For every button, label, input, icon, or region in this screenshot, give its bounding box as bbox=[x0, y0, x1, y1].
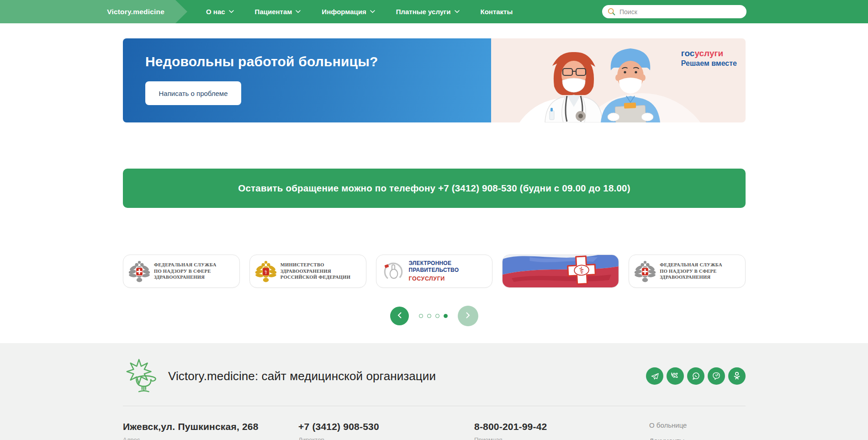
nav-item-contacts[interactable]: Контакты bbox=[481, 8, 513, 16]
footer-divider bbox=[123, 406, 746, 406]
nav-item-label: Информация bbox=[322, 8, 366, 16]
chevron-down-icon bbox=[296, 10, 301, 13]
site-logo[interactable]: Victory.medicine bbox=[0, 0, 187, 23]
partner-card-roszdravnadzor[interactable]: ФЕДЕРАЛЬНАЯ СЛУЖБА ПО НАДЗОРУ В СФЕРЕ ЗД… bbox=[123, 254, 240, 288]
chevron-down-icon bbox=[455, 10, 460, 13]
nav-item-label: Платные услуги bbox=[396, 8, 451, 16]
partner-card-text: МИНИСТЕРСТВО ЗДРАВООХРАНЕНИЯ РОССИЙСКОЙ … bbox=[281, 262, 350, 281]
hero-illustration-panel: госуслуги Решаем вместе bbox=[491, 38, 746, 122]
chevron-down-icon bbox=[370, 10, 375, 13]
roszdravnadzor-eagle-icon bbox=[635, 260, 656, 283]
partner-card-roszdravnadzor-2[interactable]: ФЕДЕРАЛЬНАЯ СЛУЖБА ПО НАДЗОРУ В СФЕРЕ ЗД… bbox=[629, 254, 746, 288]
odnoklassniki-icon[interactable] bbox=[728, 367, 746, 385]
reception-phone-value[interactable]: 8-800-201-99-42 bbox=[474, 421, 547, 432]
director-phone-value[interactable]: +7 (3412) 908-530 bbox=[298, 421, 379, 432]
footer-medical-logo-icon bbox=[123, 358, 160, 394]
nav-item-label: Контакты bbox=[481, 8, 513, 16]
reception-phone-label: Приемная bbox=[474, 436, 547, 440]
partner-card-text: ЭЛЕКТРОННОЕ ПРАВИТЕЛЬСТВО ГОСУСЛУГИ bbox=[409, 260, 459, 282]
footer-address: Ижевск,ул. Пушкинская, 268 Адрес bbox=[123, 421, 259, 440]
director-phone-label: Директор bbox=[298, 436, 379, 440]
carousel-dot-2[interactable] bbox=[427, 314, 431, 318]
snake-bowl-glyph: ⚕ bbox=[264, 269, 267, 275]
viber-icon[interactable] bbox=[708, 367, 725, 385]
roszdravnadzor-eagle-icon bbox=[129, 260, 150, 283]
nav-item-paid-services[interactable]: Платные услуги bbox=[396, 8, 460, 16]
minzdrav-eagle-icon: ⚕ bbox=[255, 260, 276, 283]
partner-card-egov-gosuslugi[interactable]: ЭЛЕКТРОННОЕ ПРАВИТЕЛЬСТВО ГОСУСЛУГИ bbox=[376, 254, 493, 288]
carousel-next-button[interactable] bbox=[458, 306, 478, 326]
phone-banner[interactable]: Оставить обращение можно по телефону +7 … bbox=[123, 169, 746, 208]
phone-banner-text: Оставить обращение можно по телефону +7 … bbox=[238, 183, 630, 194]
partner-card-text: ФЕДЕРАЛЬНАЯ СЛУЖБА ПО НАДЗОРУ В СФЕРЕ ЗД… bbox=[660, 262, 722, 281]
flag-cross-icon: ⚕ bbox=[503, 254, 619, 288]
footer: Victory.medicine: сайт медицинской орган… bbox=[0, 343, 868, 440]
hero-left-panel: Недовольны работой больницы? Написать о … bbox=[123, 38, 491, 122]
carousel-controls bbox=[123, 305, 746, 326]
gosuslugi-text-blue: гос bbox=[681, 48, 695, 58]
partner-card-flag-cross[interactable]: ⚕ bbox=[502, 254, 619, 288]
gosuslugi-accent-text: ГОСУСЛУГИ bbox=[409, 275, 459, 282]
write-problem-button[interactable]: Написать о проблеме bbox=[145, 81, 241, 105]
carousel-dot-4-active[interactable] bbox=[444, 314, 448, 318]
partner-card-text: ФЕДЕРАЛЬНАЯ СЛУЖБА ПО НАДЗОРУ В СФЕРЕ ЗД… bbox=[154, 262, 217, 281]
hero-banner: Недовольны работой больницы? Написать о … bbox=[123, 38, 746, 122]
nav-item-patients[interactable]: Пациентам bbox=[255, 8, 301, 16]
main-nav: О нас Пациентам Информация Платные услуг… bbox=[206, 0, 513, 23]
footer-director-phone: +7 (3412) 908-530 Директор bbox=[298, 421, 379, 440]
top-navbar: Victory.medicine О нас Пациентам Информа… bbox=[0, 0, 868, 23]
carousel-prev-button[interactable] bbox=[390, 307, 409, 325]
footer-link-about-hospital[interactable]: О больнице bbox=[649, 421, 687, 429]
egov-hand-icon bbox=[382, 260, 405, 283]
address-value: Ижевск,ул. Пушкинская, 268 bbox=[123, 421, 259, 432]
telegram-icon[interactable] bbox=[646, 367, 663, 385]
footer-link-documents[interactable]: Документы bbox=[649, 437, 687, 440]
social-links bbox=[646, 367, 746, 385]
chevron-down-icon bbox=[229, 10, 234, 13]
search-input[interactable] bbox=[619, 8, 741, 16]
footer-site-title: Victory.medicine: сайт медицинской орган… bbox=[168, 369, 436, 383]
carousel-dots bbox=[419, 314, 448, 318]
address-label: Адрес bbox=[123, 436, 259, 440]
footer-reception-phone: 8-800-201-99-42 Приемная bbox=[474, 421, 547, 440]
nav-item-label: О нас bbox=[206, 8, 225, 16]
nav-item-information[interactable]: Информация bbox=[322, 8, 375, 16]
chevron-right-icon bbox=[466, 312, 470, 318]
whatsapp-icon[interactable] bbox=[687, 367, 704, 385]
gosuslugi-tagline: Решаем вместе bbox=[681, 59, 737, 68]
chevron-left-icon bbox=[397, 312, 402, 318]
male-doctor bbox=[601, 48, 660, 122]
partner-card-minzdrav[interactable]: ⚕ МИНИСТЕРСТВО ЗДРАВООХРАНЕНИЯ РОССИЙСКО… bbox=[249, 254, 366, 288]
search-box[interactable] bbox=[602, 5, 746, 18]
gosuslugi-text-red: услуги bbox=[694, 48, 723, 58]
site-logo-text: Victory.medicine bbox=[107, 8, 164, 16]
partner-logos-carousel: ФЕДЕРАЛЬНАЯ СЛУЖБА ПО НАДЗОРУ В СФЕРЕ ЗД… bbox=[123, 254, 746, 288]
nav-item-label: Пациентам bbox=[255, 8, 292, 16]
search-icon bbox=[608, 8, 615, 16]
caduceus-glyph: ⚕ bbox=[579, 265, 584, 276]
nav-item-about[interactable]: О нас bbox=[206, 8, 234, 16]
gosuslugi-logo: госуслуги Решаем вместе bbox=[681, 48, 737, 68]
female-doctor bbox=[545, 52, 603, 122]
hero-title: Недовольны работой больницы? bbox=[145, 54, 491, 69]
carousel-dot-3[interactable] bbox=[435, 314, 439, 318]
footer-links: О больнице Документы bbox=[649, 421, 687, 440]
vk-icon[interactable] bbox=[667, 367, 684, 385]
carousel-dot-1[interactable] bbox=[419, 314, 423, 318]
